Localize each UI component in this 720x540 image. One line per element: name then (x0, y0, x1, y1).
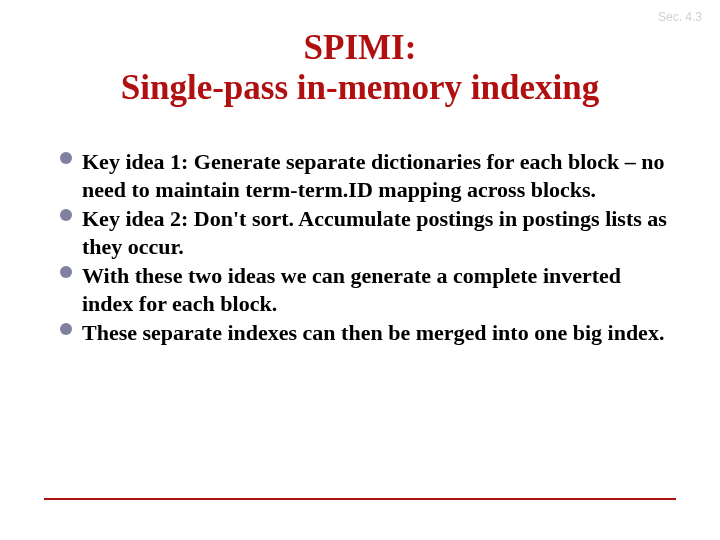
bullet-icon (60, 152, 72, 164)
section-label: Sec. 4.3 (658, 10, 702, 24)
list-item: Key idea 2: Don't sort. Accumulate posti… (60, 205, 672, 260)
slide-body: Key idea 1: Generate separate dictionari… (60, 148, 672, 349)
list-item: With these two ideas we can generate a c… (60, 262, 672, 317)
title-line-1: SPIMI: (304, 28, 417, 67)
bullet-icon (60, 209, 72, 221)
footer-divider (44, 498, 676, 500)
bullet-icon (60, 323, 72, 335)
title-line-2: Single-pass in-memory indexing (121, 68, 599, 107)
list-item: These separate indexes can then be merge… (60, 319, 672, 347)
slide: Sec. 4.3 SPIMI: Single-pass in-memory in… (0, 0, 720, 540)
bullet-text: These separate indexes can then be merge… (82, 319, 672, 347)
bullet-text: Key idea 2: Don't sort. Accumulate posti… (82, 205, 672, 260)
slide-title: SPIMI: Single-pass in-memory indexing (0, 28, 720, 109)
bullet-text: With these two ideas we can generate a c… (82, 262, 672, 317)
list-item: Key idea 1: Generate separate dictionari… (60, 148, 672, 203)
bullet-icon (60, 266, 72, 278)
bullet-text: Key idea 1: Generate separate dictionari… (82, 148, 672, 203)
